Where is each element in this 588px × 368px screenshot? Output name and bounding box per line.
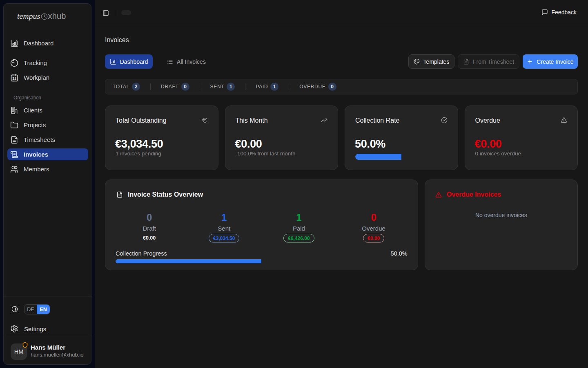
svg-text:31: 31 (12, 76, 16, 81)
